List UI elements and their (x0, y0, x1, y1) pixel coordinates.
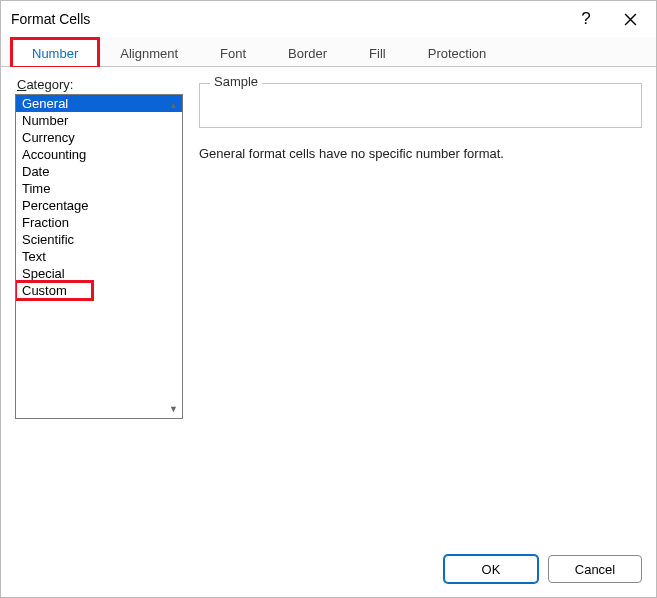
sample-group: Sample (199, 83, 642, 128)
sample-label: Sample (210, 74, 262, 89)
close-button[interactable] (608, 3, 652, 35)
footer: OK Cancel (1, 545, 656, 597)
list-item[interactable]: General (16, 95, 182, 112)
tab-alignment[interactable]: Alignment (99, 38, 199, 68)
help-button[interactable]: ? (564, 3, 608, 35)
list-item[interactable]: Scientific (16, 231, 182, 248)
scroll-up-icon[interactable]: ▲ (166, 97, 181, 112)
list-item[interactable]: Percentage (16, 197, 182, 214)
tab-protection[interactable]: Protection (407, 38, 508, 68)
tab-number[interactable]: Number (11, 38, 99, 68)
format-description: General format cells have no specific nu… (199, 146, 642, 161)
tab-fill[interactable]: Fill (348, 38, 407, 68)
list-item[interactable]: Text (16, 248, 182, 265)
tab-font[interactable]: Font (199, 38, 267, 68)
list-item[interactable]: Custom (16, 282, 92, 299)
dialog-title: Format Cells (11, 11, 564, 27)
close-icon (624, 13, 637, 26)
content-area: Category: ▲ General Number Currency Acco… (1, 67, 656, 545)
tabstrip: Number Alignment Font Border Fill Protec… (1, 37, 656, 67)
scroll-down-icon[interactable]: ▼ (166, 401, 181, 416)
titlebar: Format Cells ? (1, 1, 656, 37)
list-item[interactable]: Date (16, 163, 182, 180)
list-item[interactable]: Time (16, 180, 182, 197)
category-listbox[interactable]: ▲ General Number Currency Accounting Dat… (15, 94, 183, 419)
cancel-button[interactable]: Cancel (548, 555, 642, 583)
ok-button[interactable]: OK (444, 555, 538, 583)
right-panel: Sample General format cells have no spec… (199, 83, 642, 161)
list-item[interactable]: Accounting (16, 146, 182, 163)
list-item[interactable]: Number (16, 112, 182, 129)
tab-border[interactable]: Border (267, 38, 348, 68)
list-item[interactable]: Special (16, 265, 182, 282)
list-item[interactable]: Currency (16, 129, 182, 146)
list-item[interactable]: Fraction (16, 214, 182, 231)
format-cells-dialog: Format Cells ? Number Alignment Font Bor… (0, 0, 657, 598)
